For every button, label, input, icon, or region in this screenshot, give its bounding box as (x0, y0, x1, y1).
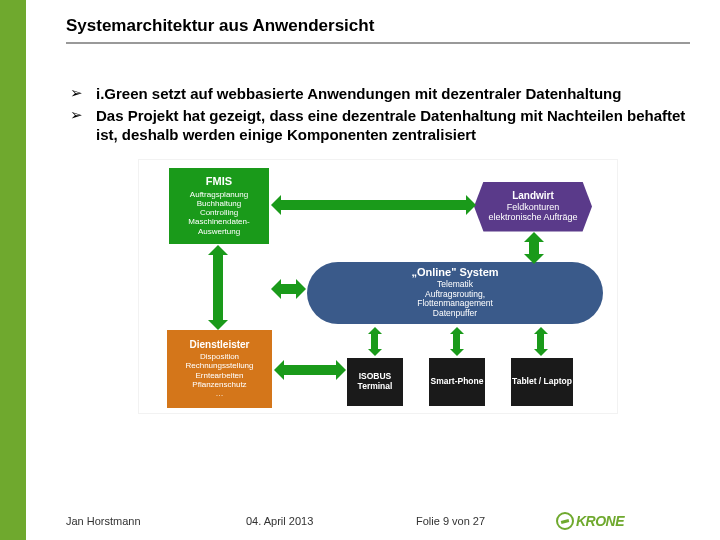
terminal-box-tablet: Tablet / Laptop (511, 358, 573, 406)
brand-logo: KRONE (556, 512, 624, 530)
arrow-icon (281, 284, 296, 294)
landwirt-line: Feldkonturen (507, 202, 560, 212)
fmis-line: Auftragsplanung (190, 190, 248, 199)
online-head: „Online" System (411, 266, 498, 279)
arrow-icon (529, 242, 539, 254)
dienst-line: Erntearbeiten (195, 371, 243, 380)
dienst-line: … (216, 389, 224, 398)
slide-content: Systemarchitektur aus Anwendersicht ➢ i.… (26, 0, 720, 414)
fmis-head: FMIS (206, 175, 232, 188)
dienst-line: Disposition (200, 352, 239, 361)
architecture-diagram: FMIS Auftragsplanung Buchhaltung Control… (138, 159, 618, 414)
logo-text: KRONE (576, 513, 624, 529)
dienst-box: Dienstleister Disposition Rechnungsstell… (167, 330, 272, 408)
brand-sidebar (0, 0, 26, 540)
landwirt-line: elektronische Aufträge (488, 212, 577, 222)
arrow-icon (213, 255, 223, 320)
bullet-text: Das Projekt hat gezeigt, dass eine dezen… (96, 106, 690, 145)
landwirt-head: Landwirt (512, 190, 554, 202)
landwirt-box: Landwirt Feldkonturen elektronische Auft… (474, 182, 592, 232)
logo-icon (556, 512, 574, 530)
dienst-head: Dienstleister (189, 339, 249, 351)
fmis-box: FMIS Auftragsplanung Buchhaltung Control… (169, 168, 269, 244)
bullet-marker-icon: ➢ (66, 84, 96, 104)
footer-author: Jan Horstmann (66, 515, 246, 527)
arrow-icon (537, 334, 544, 349)
online-line: Datenpuffer (433, 309, 477, 319)
slide-footer: Jan Horstmann 04. April 2013 Folie 9 von… (26, 512, 720, 530)
dienst-line: Rechnungsstellung (185, 361, 253, 370)
arrow-icon (371, 334, 378, 349)
bullet-item: ➢ i.Green setzt auf webbasierte Anwendun… (66, 84, 690, 104)
terminal-box-isobus: ISOBUS Terminal (347, 358, 403, 406)
fmis-line: Controlling (200, 208, 238, 217)
slide-title: Systemarchitektur aus Anwendersicht (66, 16, 690, 44)
footer-date: 04. April 2013 (246, 515, 416, 527)
online-box: „Online" System Telematik Auftragsroutin… (307, 262, 603, 324)
arrow-icon (453, 334, 460, 349)
bullet-marker-icon: ➢ (66, 106, 96, 145)
terminal-box-smartphone: Smart-Phone (429, 358, 485, 406)
bullet-text: i.Green setzt auf webbasierte Anwendunge… (96, 84, 621, 104)
fmis-line: Auswertung (198, 227, 240, 236)
bullet-item: ➢ Das Projekt hat gezeigt, dass eine dez… (66, 106, 690, 145)
dienst-line: Pflanzenschutz (192, 380, 246, 389)
arrow-icon (284, 365, 336, 375)
footer-page: Folie 9 von 27 (416, 515, 556, 527)
arrow-icon (281, 200, 466, 210)
fmis-line: Buchhaltung (197, 199, 241, 208)
fmis-line: Maschinendaten- (188, 217, 249, 226)
bullet-list: ➢ i.Green setzt auf webbasierte Anwendun… (66, 84, 690, 145)
